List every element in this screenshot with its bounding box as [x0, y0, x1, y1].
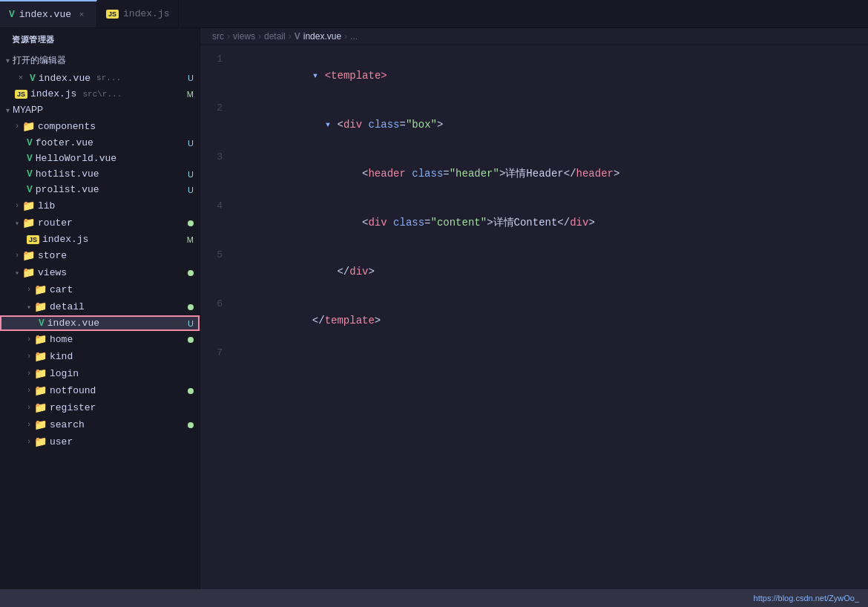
- file-detail-index-vue[interactable]: V index.vue U: [0, 315, 200, 331]
- folder-notfound[interactable]: › 📁 notfound: [0, 382, 200, 399]
- folder-cart[interactable]: › 📁 cart: [0, 281, 200, 298]
- vue-icon: V: [9, 9, 15, 20]
- footer-badge: U: [188, 139, 194, 148]
- folder-icon-login: 📁: [34, 367, 47, 380]
- folder-user-label: user: [50, 436, 73, 447]
- code-editor[interactable]: 1 ▾ <template> 2 ▾ <div class="box"> 3: [200, 45, 868, 589]
- tab-label-js: index.js: [123, 8, 169, 19]
- line-number-7: 7: [200, 345, 237, 361]
- bracket-4f: >: [588, 217, 594, 229]
- folder-icon-register: 📁: [34, 401, 47, 414]
- folder-views-label: views: [38, 267, 67, 278]
- bracket-3a: <: [312, 168, 369, 180]
- folder-register[interactable]: › 📁 register: [0, 399, 200, 416]
- folder-kind[interactable]: › 📁 kind: [0, 348, 200, 365]
- attr-class-4: class: [393, 217, 424, 229]
- chevron-down-icon: ▾: [6, 56, 10, 65]
- vue-icon-detail-index: V: [39, 318, 45, 329]
- attr-class-3: class: [412, 168, 443, 180]
- close-icon[interactable]: ×: [15, 72, 27, 84]
- line-number-1: 1: [200, 51, 237, 68]
- js-icon-router: JS: [27, 235, 39, 244]
- bracket-5a: </: [312, 266, 349, 278]
- folder-search[interactable]: › 📁 search: [0, 416, 200, 433]
- chevron-right-icon-login: ›: [27, 370, 31, 378]
- folder-user[interactable]: › 📁 user: [0, 433, 200, 450]
- open-editor-index-js[interactable]: JS index.js src\r... M: [0, 86, 200, 102]
- tab-index-js[interactable]: JS index.js: [97, 0, 179, 27]
- sidebar-title: 资源管理器: [0, 28, 200, 51]
- open-editors-section[interactable]: ▾ 打开的编辑器: [0, 51, 200, 70]
- bracket-4b: [387, 217, 393, 229]
- line-content-3: <header class="header">详情Header</header>: [237, 149, 868, 198]
- string-box: "box": [406, 119, 437, 131]
- folder-kind-label: kind: [50, 351, 73, 362]
- vue-file-icon: V: [30, 73, 36, 84]
- breadcrumb-views: views: [233, 31, 255, 42]
- folder-icon-lib: 📁: [22, 200, 35, 212]
- file-router-js-label: index.js: [42, 234, 88, 245]
- router-dot: [188, 220, 194, 226]
- detail-dot: [188, 304, 194, 310]
- tag-header-close: header: [576, 168, 614, 180]
- chevron-down-icon-views: ▾: [15, 269, 19, 278]
- chevron-right-icon-lib: ›: [15, 202, 19, 210]
- file-hotlist-vue[interactable]: V hotlist.vue U: [0, 166, 200, 182]
- line-content-1: ▾ <template>: [237, 51, 868, 100]
- status-bar: https://blog.csdn.net/ZywOo_: [0, 589, 868, 607]
- editor-area: src › views › detail › V index.vue › ...…: [200, 28, 868, 589]
- status-url: https://blog.csdn.net/ZywOo_: [754, 594, 859, 603]
- folder-icon-notfound: 📁: [34, 384, 47, 397]
- folder-home[interactable]: › 📁 home: [0, 331, 200, 348]
- folder-lib[interactable]: › 📁 lib: [0, 197, 200, 214]
- line-content-6: </template>: [237, 296, 868, 345]
- tag-header: header: [368, 168, 405, 180]
- breadcrumb-sep2: ›: [258, 31, 261, 42]
- tag-div-4-close: div: [570, 217, 588, 229]
- code-line-1: 1 ▾ <template>: [200, 51, 868, 100]
- hotlist-badge: U: [188, 170, 194, 179]
- file-footer-vue[interactable]: V footer.vue U: [0, 135, 200, 151]
- chevron-right-icon-search: ›: [27, 421, 31, 429]
- myapp-label: MYAPP: [13, 105, 43, 115]
- tab-close-vue[interactable]: ×: [76, 9, 88, 21]
- file-router-index-js[interactable]: JS index.js M: [0, 232, 200, 247]
- line-content-4: <div class="content">详情Content</div>: [237, 198, 868, 247]
- code-line-2: 2 ▾ <div class="box">: [200, 100, 868, 149]
- folder-components[interactable]: › 📁 components: [0, 118, 200, 135]
- tab-index-vue[interactable]: V index.vue ×: [0, 0, 97, 27]
- myapp-section[interactable]: ▾ MYAPP: [0, 102, 200, 118]
- file-prolist-vue[interactable]: V prolist.vue U: [0, 182, 200, 197]
- bracket-4a: <: [312, 217, 369, 229]
- home-dot: [188, 337, 194, 343]
- arrow-icon-1: ▾: [312, 70, 325, 82]
- folder-router[interactable]: ▾ 📁 router: [0, 214, 200, 232]
- folder-login[interactable]: › 📁 login: [0, 365, 200, 382]
- code-line-7: 7: [200, 345, 868, 361]
- folder-detail[interactable]: ▾ 📁 detail: [0, 298, 200, 315]
- vue-icon-footer: V: [27, 137, 33, 148]
- line-number-3: 3: [200, 149, 237, 165]
- folder-notfound-label: notfound: [50, 385, 96, 396]
- breadcrumb-src: src: [212, 31, 224, 42]
- bracket-3f: >: [614, 168, 619, 180]
- breadcrumb-current: index.vue: [303, 31, 341, 42]
- file-helloworld-vue[interactable]: V HelloWorld.vue: [0, 151, 200, 166]
- tag-div-close-5: div: [349, 266, 368, 278]
- folder-views[interactable]: ▾ 📁 views: [0, 264, 200, 281]
- folder-home-label: home: [50, 334, 73, 345]
- js-file-icon-small: JS: [15, 90, 27, 99]
- tag-div: div: [343, 119, 362, 131]
- file-prolist-label: prolist.vue: [36, 184, 99, 195]
- folder-detail-label: detail: [50, 301, 85, 312]
- open-editors-label: 打开的编辑器: [13, 54, 66, 67]
- open-editor-js-path: src\r...: [82, 90, 122, 99]
- open-editor-index-vue[interactable]: × V index.vue sr... U: [0, 70, 200, 86]
- folder-store[interactable]: › 📁 store: [0, 247, 200, 264]
- vue-icon-prolist: V: [27, 184, 33, 195]
- tab-bar: V index.vue × JS index.js: [0, 0, 868, 28]
- prolist-badge: U: [188, 186, 194, 194]
- breadcrumb-ellipsis: ...: [350, 31, 358, 42]
- bracket-2b: [362, 119, 368, 131]
- line-number-6: 6: [200, 296, 237, 312]
